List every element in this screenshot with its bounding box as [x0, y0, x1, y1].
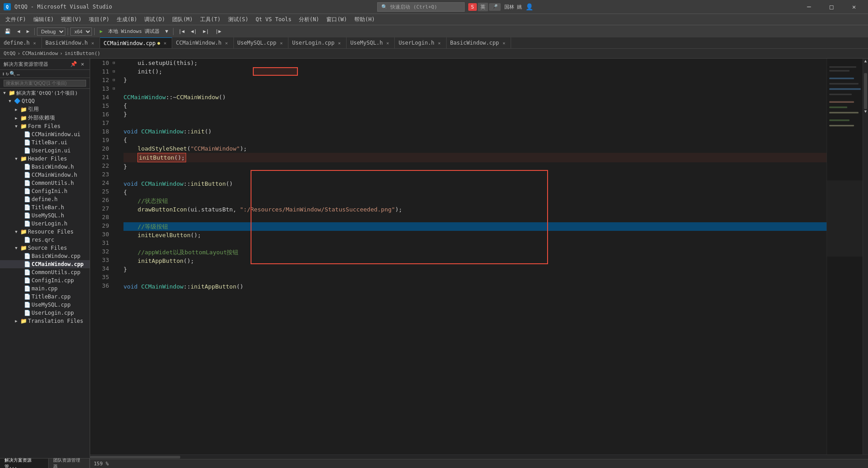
sidebar-pin-btn[interactable]: 📌 [70, 60, 77, 68]
code-content[interactable]: ui.setupUi(this); init(); } CCMainWindow… [120, 59, 827, 454]
menu-build[interactable]: 生成(B) [113, 15, 141, 24]
menu-file[interactable]: 文件(F) [2, 15, 30, 24]
toolbar-back-btn[interactable]: ◀ [14, 28, 23, 35]
menu-window[interactable]: 窗口(W) [323, 15, 351, 24]
breadcrumb-project[interactable]: QtQQ [4, 50, 16, 56]
tree-source-files[interactable]: ▼ 📁 Source Files [0, 244, 90, 252]
tree-titlebar-cpp[interactable]: 📄 TitleBar.cpp [0, 293, 90, 301]
collapse-36[interactable]: ⊟ [113, 84, 120, 93]
vertical-scrollbar[interactable]: ▲ ▼ [863, 59, 868, 454]
toolbar-save-btn[interactable]: 💾 [2, 28, 14, 35]
scroll-thumb[interactable] [864, 73, 867, 109]
tree-basicwindow-cpp[interactable]: 📄 BasicWindow.cpp [0, 252, 90, 260]
tree-external-deps[interactable]: ▶ 📁 外部依赖项 [0, 114, 90, 122]
tab-ccmainwindow-h[interactable]: CCMainWindow.h ✕ [172, 37, 233, 48]
sidebar-filter-btn[interactable]: 🔍 [9, 71, 16, 77]
debug-mode-dropdown[interactable]: Debug [37, 28, 65, 36]
tree-userlogin-h[interactable]: 📄 UserLogin.h [0, 220, 90, 228]
tree-references[interactable]: ▶ 📁 引用 [0, 105, 90, 114]
tab-close-userloginh[interactable]: ✕ [436, 40, 443, 46]
run-btn[interactable]: ▶ [97, 28, 105, 35]
tab-usemysql-h[interactable]: UseMySQL.h ✕ [347, 37, 395, 48]
quick-search[interactable]: 🔍 快速启动 (Ctrl+Q) [377, 2, 465, 12]
breadcrumb-class[interactable]: CCMainWindow [22, 50, 58, 56]
tree-ccmainwindow-cpp[interactable]: 📄 CCMainWindow.cpp [0, 260, 90, 268]
menu-project[interactable]: 项目(P) [85, 15, 113, 24]
sidebar-search-input[interactable] [4, 80, 86, 87]
tree-userlogin-ui[interactable]: 📄 UserLogin.ui [0, 147, 90, 155]
tree-solution[interactable]: ▼ 📁 解决方案'QtQQ'(1个项目) [0, 89, 90, 97]
menu-edit[interactable]: 编辑(E) [30, 15, 58, 24]
tree-usemysql-h[interactable]: 📄 UseMySQL.h [0, 211, 90, 220]
maximize-btn[interactable]: □ [821, 0, 842, 14]
tree-project-qtqq[interactable]: ▼ 🔷 QtQQ [0, 97, 90, 105]
menu-tools[interactable]: 工具(T) [196, 15, 224, 24]
hscroll-thumb[interactable] [90, 456, 180, 459]
mic-btn[interactable]: 🎤 [489, 3, 501, 11]
tab-close-bwcpp[interactable]: ✕ [501, 40, 507, 46]
sidebar-close-btn[interactable]: ✕ [79, 60, 86, 68]
tab-close-usemysqlh[interactable]: ✕ [384, 40, 391, 46]
tab-define-h[interactable]: define.h ✕ [0, 37, 42, 48]
horizontal-scrollbar[interactable] [90, 454, 868, 459]
language-btn[interactable]: 英 [478, 3, 488, 11]
tree-resource-files[interactable]: ▼ 📁 Resource Files [0, 228, 90, 236]
tab-close-usemysql[interactable]: ✕ [278, 40, 284, 46]
tree-usemysql-cpp[interactable]: 📄 UseMySQL.cpp [0, 301, 90, 309]
tree-commonutils-cpp[interactable]: 📄 CommonUtils.cpp [0, 268, 90, 276]
tab-close-ccmainh[interactable]: ✕ [224, 40, 230, 46]
tree-bwh[interactable]: 📄 BasicWindow.h [0, 163, 90, 171]
platform-dropdown[interactable]: x64 [70, 28, 92, 36]
tab-close-bwh[interactable]: ✕ [90, 40, 96, 46]
sidebar-dots-btn[interactable]: … [17, 71, 20, 77]
collapse-24[interactable]: ⊟ [113, 76, 120, 84]
tab-close-userlogin[interactable]: ✕ [336, 40, 343, 46]
tab-ccmainwindow-cpp[interactable]: CCMainWindow.cpp ● ✕ [100, 37, 173, 48]
menu-debug[interactable]: 调试(D) [141, 15, 169, 24]
run-label: 本地 Windows 调试器 [106, 28, 162, 35]
tree-res-qrc[interactable]: 📄 res.qrc [0, 236, 90, 244]
minimize-btn[interactable]: ─ [799, 0, 819, 14]
tab-userlogin-h[interactable]: UserLogin.h ✕ [395, 37, 446, 48]
scroll-up-btn[interactable]: ▲ [863, 59, 868, 64]
user-icon[interactable]: 👤 [525, 3, 533, 10]
tab-basicwindow-cpp[interactable]: BasicWindow.cpp ✕ [447, 37, 511, 48]
menu-qtvs[interactable]: Qt VS Tools [252, 15, 295, 23]
tree-configini-h[interactable]: 📄 ConfigIni.h [0, 187, 90, 195]
breadcrumb-method[interactable]: initButton() [64, 50, 100, 56]
sidebar-sync-btn[interactable]: ↕ [2, 71, 5, 77]
scroll-down-btn[interactable]: ▼ [863, 109, 868, 115]
tree-ccmainwindow-ui[interactable]: 📄 CCMainWindow.ui [0, 130, 90, 138]
tree-form-files[interactable]: ▼ 📁 Form Files [0, 122, 90, 130]
menu-analyze[interactable]: 分析(N) [295, 15, 323, 24]
tree-commonutils-h[interactable]: 📄 CommonUtils.h [0, 179, 90, 187]
tab-label: UseMySQL.h [350, 40, 383, 46]
tree-configini-cpp[interactable]: 📄 ConfigIni.cpp [0, 276, 90, 284]
tab-basicwindow-h[interactable]: BasicWindow.h ✕ [42, 37, 100, 48]
sidebar-tab-solution[interactable]: 解决方案资源管... [0, 459, 49, 468]
menu-view[interactable]: 视图(V) [57, 15, 85, 24]
collapse-14[interactable]: ⊟ [113, 59, 120, 67]
tree-main-cpp[interactable]: 📄 main.cpp [0, 284, 90, 293]
hscroll-track[interactable] [90, 456, 868, 459]
tree-userlogin-cpp[interactable]: 📄 UserLogin.cpp [0, 309, 90, 317]
close-btn[interactable]: ✕ [844, 0, 864, 14]
sidebar-tab-team[interactable]: 团队资源管理器 [49, 459, 90, 468]
run-arrow[interactable]: ▼ [162, 28, 171, 35]
tab-close-ccmain[interactable]: ✕ [162, 40, 168, 46]
toolbar-forward-btn[interactable]: ▶ [24, 28, 32, 35]
tree-ccmwh[interactable]: 📄 CCMainWindow.h [0, 171, 90, 179]
tab-close-define[interactable]: ✕ [32, 40, 38, 46]
menu-test[interactable]: 测试(S) [224, 15, 252, 24]
tab-userlogin-cpp[interactable]: UserLogin.cpp ✕ [288, 37, 347, 48]
tree-define-h[interactable]: 📄 define.h [0, 195, 90, 203]
menu-help[interactable]: 帮助(H) [351, 15, 379, 24]
menu-team[interactable]: 团队(M) [169, 15, 196, 24]
tree-titlebar-ui[interactable]: 📄 TitleBar.ui [0, 138, 90, 147]
tree-translation-files[interactable]: ▶ 📁 Translation Files [0, 317, 90, 325]
tab-usemysql-cpp[interactable]: UseMySQL.cpp ✕ [234, 37, 289, 48]
tree-header-files[interactable]: ▼ 📁 Header Files [0, 155, 90, 163]
collapse-18[interactable]: ⊟ [113, 67, 120, 76]
tree-titlebar-h[interactable]: 📄 TitleBar.h [0, 203, 90, 211]
sidebar-refresh-btn[interactable]: ↻ [6, 71, 9, 77]
